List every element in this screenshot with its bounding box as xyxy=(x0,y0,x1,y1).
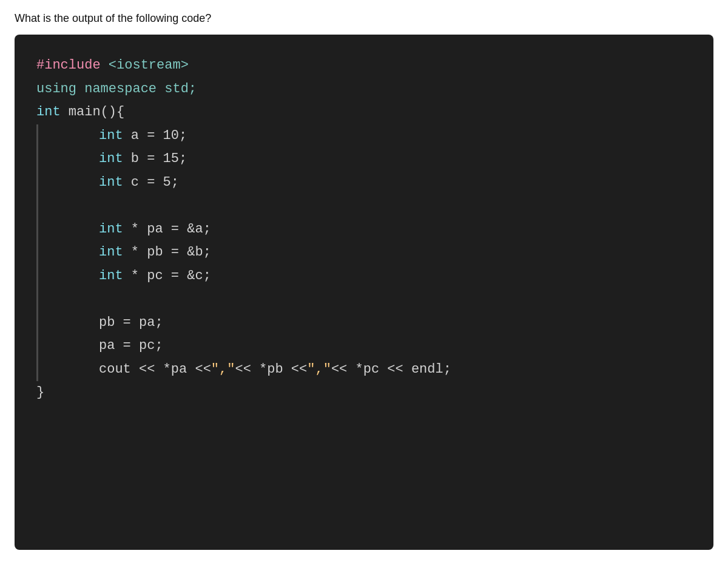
close-brace: } xyxy=(36,381,44,405)
namespace-keyword: namespace xyxy=(84,78,157,101)
pb-assign-text: pb = pa; xyxy=(99,311,163,335)
int-c-keyword: int xyxy=(99,171,123,195)
cout-text: cout << *pa << xyxy=(99,358,211,382)
using-keyword: using xyxy=(36,78,76,101)
question-label: What is the output of the following code… xyxy=(15,12,713,25)
space-pb: * pb = &b; xyxy=(123,241,211,265)
std-keyword: std; xyxy=(164,78,197,101)
main-func: main(){ xyxy=(69,101,124,124)
line-c: int c = 5; xyxy=(99,171,692,195)
int-b-keyword: int xyxy=(99,147,123,171)
line-pb: int * pb = &b; xyxy=(99,241,692,265)
comma-str2: "," xyxy=(307,358,331,382)
comma-str1: "," xyxy=(211,358,235,382)
pa-assign-text: pa = pc; xyxy=(99,334,163,358)
line-include: #include <iostream> xyxy=(36,54,692,78)
line-main: int main(){ xyxy=(36,101,692,124)
line-b: int b = 15; xyxy=(99,147,692,171)
line-a: int a = 10; xyxy=(99,124,692,148)
int-pc-keyword: int xyxy=(99,265,123,288)
line-pa: int * pa = &a; xyxy=(99,218,692,242)
line-cout: cout << *pa << "," << *pb << "," << *pc … xyxy=(99,358,692,382)
space1 xyxy=(76,78,84,101)
space-pa: * pa = &a; xyxy=(123,218,211,242)
int-a-keyword: int xyxy=(99,124,123,148)
include-lib: <iostream> xyxy=(109,54,189,78)
include-space xyxy=(101,54,109,78)
space-b: b = 15; xyxy=(123,147,187,171)
space2 xyxy=(157,78,164,101)
int-main-keyword: int xyxy=(36,101,61,124)
line-pb-assign: pb = pa; xyxy=(99,311,692,335)
space3 xyxy=(61,101,69,124)
include-keyword: #include xyxy=(36,54,101,78)
gap2 xyxy=(50,288,692,311)
int-pb-keyword: int xyxy=(99,241,123,265)
code-block: #include <iostream> using namespace std;… xyxy=(15,35,713,550)
line-using: using namespace std; xyxy=(36,78,692,101)
cout-mid1: << *pb << xyxy=(235,358,307,382)
space-c: c = 5; xyxy=(123,171,179,195)
function-body: int a = 10; int b = 15; int c = 5; int *… xyxy=(36,124,692,382)
space-pc: * pc = &c; xyxy=(123,265,211,288)
gap1 xyxy=(50,194,692,218)
line-pa-assign: pa = pc; xyxy=(99,334,692,358)
line-pc: int * pc = &c; xyxy=(99,265,692,288)
cout-mid2: << *pc << endl; xyxy=(331,358,451,382)
int-pa-keyword: int xyxy=(99,218,123,242)
space-a: a = 10; xyxy=(123,124,187,148)
line-close: } xyxy=(36,381,692,405)
